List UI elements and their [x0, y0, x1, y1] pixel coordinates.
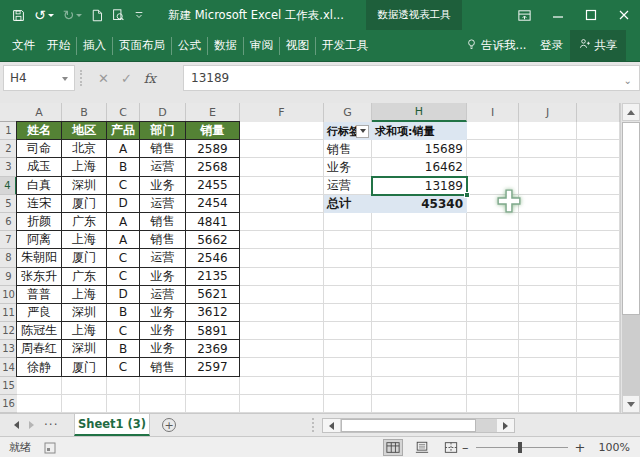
row-header-14[interactable]: 14	[0, 358, 17, 376]
data-table-cell[interactable]: 白真	[17, 177, 62, 195]
row-header-8[interactable]: 8	[0, 249, 17, 267]
insert-function-icon[interactable]: fx	[144, 71, 156, 86]
column-header-C[interactable]: C	[107, 103, 140, 122]
column-header-G[interactable]: G	[324, 103, 372, 122]
data-table-cell[interactable]: 周春红	[17, 340, 62, 358]
row-header-4[interactable]: 4	[0, 177, 17, 195]
row-header-12[interactable]: 12	[0, 322, 17, 340]
data-table-cell[interactable]: 2369	[186, 340, 240, 358]
data-table-cell[interactable]: C	[107, 268, 140, 286]
data-table-cell[interactable]: 深圳	[62, 340, 107, 358]
row-header-13[interactable]: 13	[0, 340, 17, 358]
row-header-10[interactable]: 10	[0, 286, 17, 304]
more-sheets-icon[interactable]: ···	[44, 418, 58, 432]
redo-button[interactable]: ↻	[63, 8, 83, 22]
data-table-cell[interactable]: 成玉	[17, 158, 62, 176]
data-table-cell[interactable]: 2454	[186, 195, 240, 213]
new-sheet-button[interactable]: +	[162, 418, 176, 432]
customize-toolbar-dropdown-icon[interactable]	[134, 10, 144, 20]
data-table-cell[interactable]: 张东升	[17, 268, 62, 286]
column-header-B[interactable]: B	[62, 103, 107, 122]
data-table-cell[interactable]: 阿离	[17, 231, 62, 249]
row-header-3[interactable]: 3	[0, 158, 17, 176]
page-layout-view-button[interactable]	[412, 439, 432, 456]
name-box-dropdown-icon[interactable]	[62, 77, 68, 81]
enter-icon[interactable]: ✓	[121, 71, 132, 86]
data-table-cell[interactable]: B	[107, 340, 140, 358]
sign-in-button[interactable]: 登录	[540, 30, 563, 61]
data-table-cell[interactable]: D	[107, 195, 140, 213]
ribbon-tab[interactable]: 页面布局	[112, 37, 171, 55]
sheet-tab-active[interactable]: Sheet1 (3)	[74, 414, 150, 436]
row-header-2[interactable]: 2	[0, 140, 17, 158]
zoom-slider-thumb[interactable]	[518, 442, 522, 453]
ribbon-tab[interactable]: 公式	[171, 37, 207, 55]
data-table-cell[interactable]: 深圳	[62, 177, 107, 195]
row-labels-filter-button[interactable]	[356, 125, 369, 138]
print-preview-icon[interactable]	[112, 9, 125, 22]
column-header-D[interactable]: D	[140, 103, 186, 122]
column-header-J[interactable]: J	[519, 103, 577, 122]
data-table-cell[interactable]: 上海	[62, 322, 107, 340]
zoom-out-button[interactable]: –	[462, 440, 469, 455]
ribbon-tab[interactable]: 开始	[41, 37, 76, 55]
row-header-9[interactable]: 9	[0, 268, 17, 286]
data-table-cell[interactable]: 销售	[140, 213, 186, 231]
data-table-cell[interactable]: 业务	[140, 322, 186, 340]
normal-view-button[interactable]	[383, 439, 403, 456]
data-table-cell[interactable]: 2455	[186, 177, 240, 195]
data-table-cell[interactable]: C	[107, 177, 140, 195]
ribbon-tab[interactable]: 开发工具	[315, 37, 374, 55]
data-table-cell[interactable]: 厦门	[62, 195, 107, 213]
data-table-cell[interactable]: 2597	[186, 358, 240, 376]
scroll-left-button[interactable]	[323, 419, 340, 432]
pivot-value-cell[interactable]: 16462	[372, 158, 467, 176]
data-table-cell[interactable]: 广东	[62, 268, 107, 286]
formula-input[interactable]: 13189 ⌄	[183, 65, 640, 91]
data-table-header-cell[interactable]: 部门	[140, 122, 186, 140]
row-header-5[interactable]: 5	[0, 195, 17, 213]
data-table-cell[interactable]: 厦门	[62, 358, 107, 376]
ribbon-tab[interactable]: 数据	[207, 37, 243, 55]
data-table-cell[interactable]: 业务	[140, 340, 186, 358]
data-table-cell[interactable]: 连宋	[17, 195, 62, 213]
data-table-cell[interactable]: A	[107, 231, 140, 249]
data-table-cell[interactable]: 业务	[140, 304, 186, 322]
ribbon-display-options-icon[interactable]	[508, 0, 541, 30]
data-table-cell[interactable]: 折颜	[17, 213, 62, 231]
data-table-cell[interactable]: B	[107, 158, 140, 176]
data-table-cell[interactable]: B	[107, 304, 140, 322]
data-table-cell[interactable]: 广东	[62, 213, 107, 231]
cancel-icon[interactable]: ✕	[98, 71, 109, 86]
pivot-values-header[interactable]: 求和项:销量	[372, 122, 467, 140]
data-table-cell[interactable]: 销售	[140, 231, 186, 249]
save-icon[interactable]	[12, 9, 25, 22]
pivot-row-label[interactable]: 运营	[324, 177, 372, 195]
close-button[interactable]	[607, 0, 640, 30]
ribbon-tab[interactable]: 视图	[279, 37, 315, 55]
tell-me-box[interactable]: 告诉我...	[466, 30, 526, 61]
ribbon-tab[interactable]: 文件	[6, 37, 41, 55]
data-table-cell[interactable]: 司命	[17, 140, 62, 158]
row-header-11[interactable]: 11	[0, 304, 17, 322]
data-table-cell[interactable]: 2546	[186, 249, 240, 267]
data-table-cell[interactable]: 运营	[140, 195, 186, 213]
vertical-scrollbar[interactable]	[620, 103, 640, 413]
data-table-cell[interactable]: D	[107, 286, 140, 304]
data-table-cell[interactable]: 2589	[186, 140, 240, 158]
column-header-E[interactable]: E	[186, 103, 240, 122]
data-table-cell[interactable]: 深圳	[62, 304, 107, 322]
data-table-cell[interactable]: 5891	[186, 322, 240, 340]
data-table-header-cell[interactable]: 地区	[62, 122, 107, 140]
horizontal-scrollbar[interactable]	[322, 418, 515, 433]
data-table-cell[interactable]: 5621	[186, 286, 240, 304]
row-header-15[interactable]: 15	[0, 377, 17, 395]
data-table-cell[interactable]: A	[107, 213, 140, 231]
column-header-I[interactable]: I	[467, 103, 519, 122]
data-table-cell[interactable]: 4841	[186, 213, 240, 231]
data-table-cell[interactable]: C	[107, 249, 140, 267]
data-table-cell[interactable]: 业务	[140, 268, 186, 286]
horizontal-scrollbar-thumb[interactable]	[341, 419, 476, 432]
data-table-cell[interactable]: 上海	[62, 231, 107, 249]
data-table-cell[interactable]: 5662	[186, 231, 240, 249]
